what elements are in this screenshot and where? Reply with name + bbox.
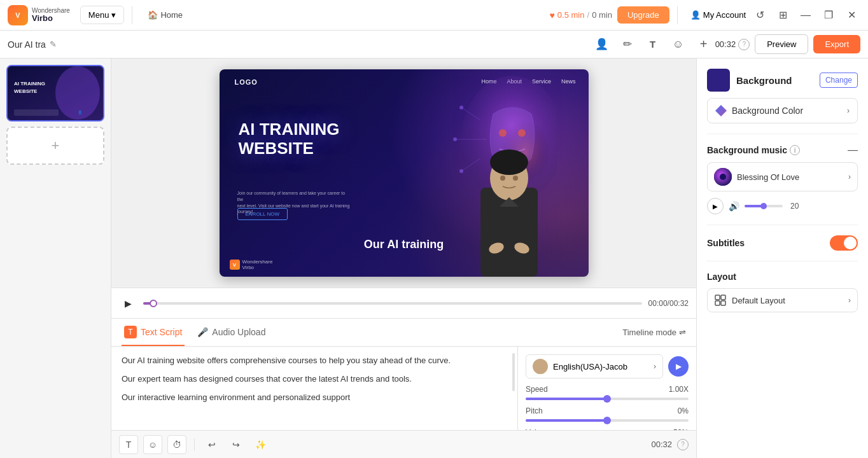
project-name: Our AI tra ✎ (8, 39, 57, 50)
add-slide-button[interactable]: + (6, 127, 104, 165)
voice-avatar (533, 359, 548, 374)
background-color-icon (715, 105, 727, 116)
heart-icon: ♥ (550, 10, 555, 20)
background-color-chevron-icon: › (847, 106, 850, 115)
layout-chevron-icon: › (848, 296, 851, 305)
redo-button[interactable]: ↪ (227, 435, 246, 454)
music-label: Background music (707, 145, 787, 155)
change-background-button[interactable]: Change (820, 73, 858, 88)
timeline-mode-label: Timeline mode (622, 328, 676, 337)
svg-rect-28 (715, 295, 720, 300)
svg-point-20 (513, 176, 518, 181)
tab-text-script[interactable]: T Text Script (122, 319, 185, 346)
pitch-value: 0% (678, 406, 689, 415)
preview-button[interactable]: Preview (755, 34, 808, 54)
time-code: 00:00/00:32 (648, 299, 689, 308)
upgrade-button[interactable]: Upgrade (617, 6, 669, 24)
toolbar-divider (194, 438, 195, 451)
history-button[interactable]: ↺ (751, 6, 769, 24)
music-controls: ▶ 🔊 20 (707, 198, 858, 214)
svg-rect-29 (721, 295, 725, 300)
add-tool[interactable]: + (692, 33, 715, 56)
voice-selector[interactable]: English(USA)-Jacob › (526, 354, 663, 378)
export-button[interactable]: Export (813, 35, 860, 53)
home-button[interactable]: 🏠 Home (140, 6, 190, 24)
pitch-section: Pitch 0% (526, 406, 689, 422)
slide-1[interactable]: 1 AI TRAINING WEBSITE 👤 (6, 65, 104, 121)
account-label: My Account (703, 10, 746, 20)
insert-pause-button[interactable]: ⏱ (167, 435, 186, 454)
canvas-watermark: V WondershareVirbo (230, 259, 273, 270)
subtitles-section: Subtitles (707, 235, 858, 251)
project-title: Our AI tra (8, 39, 46, 50)
undo-button[interactable]: ↩ (202, 435, 221, 454)
account-button[interactable]: 👤 My Account (690, 10, 746, 20)
canvas[interactable]: LOGO Home About Service News (220, 69, 589, 277)
bottom-panel: T Text Script 🎤 Audio Upload Timeline mo… (111, 318, 696, 458)
music-title: Background music i (707, 145, 800, 155)
background-color-row[interactable]: Background Color › (707, 98, 858, 123)
help-icon[interactable]: ? (738, 39, 750, 50)
duration-value: 00:32 (715, 39, 736, 49)
subtitles-toggle[interactable] (830, 235, 858, 251)
pitch-row: Pitch 0% (526, 406, 689, 415)
tab-audio-upload[interactable]: 🎤 Audio Upload (195, 321, 268, 345)
credits-divider: / (587, 10, 590, 20)
text-tool[interactable]: T (641, 33, 664, 56)
pitch-slider[interactable] (526, 419, 689, 422)
script-toolbar: T ☺ ⏱ ↩ ↪ ✨ 00:32 ? (111, 430, 696, 458)
insert-text-button[interactable]: T (119, 435, 138, 454)
svg-rect-31 (721, 301, 725, 305)
layout-icon (714, 294, 727, 307)
minimize-button[interactable]: — (797, 6, 815, 24)
insert-emoji-button[interactable]: ☺ (143, 435, 162, 454)
menu-chevron-icon: ▾ (111, 10, 116, 20)
script-area[interactable]: Our AI training website offers comprehen… (111, 347, 518, 430)
progress-bar[interactable] (143, 302, 642, 305)
layout-button[interactable]: ⊞ (774, 6, 792, 24)
music-expand-icon: › (848, 172, 851, 181)
subtitle-line1: Join our community of learners and take … (237, 191, 346, 202)
brush-tool[interactable]: ✏ (616, 33, 639, 56)
background-label: Background (736, 75, 813, 86)
speed-slider[interactable] (526, 398, 689, 400)
subtitles-label: Subtitles (707, 238, 745, 248)
volume-icon: 🔊 (729, 201, 739, 211)
credits-remaining: 0 min (592, 10, 612, 20)
close-button[interactable]: ✕ (843, 6, 860, 24)
pitch-thumb (603, 417, 611, 424)
music-collapse-icon[interactable]: — (848, 144, 858, 156)
layout-section: Layout Default Layout › (707, 272, 858, 312)
svg-point-18 (490, 149, 528, 175)
menu-button[interactable]: Menu ▾ (80, 6, 125, 24)
speed-section: Speed 1.00X (526, 385, 689, 400)
music-volume-slider[interactable] (745, 205, 783, 207)
music-selector[interactable]: Blessing Of Love › (707, 162, 858, 191)
emoji-tool[interactable]: ☺ (667, 33, 690, 56)
script-scrollbar[interactable] (512, 353, 515, 391)
audio-icon: 🎤 (197, 327, 208, 337)
background-header: Background Change (707, 69, 858, 92)
script-time-display: 00:32 (651, 440, 672, 449)
script-help-icon[interactable]: ? (677, 439, 689, 450)
watermark-text: WondershareVirbo (242, 259, 273, 270)
timeline-mode-button[interactable]: Timeline mode ⇌ (622, 328, 686, 337)
maximize-button[interactable]: ❐ (820, 6, 837, 24)
play-button[interactable]: ▶ (119, 295, 137, 312)
magic-button[interactable]: ✨ (251, 435, 270, 454)
svg-rect-30 (715, 301, 720, 305)
pitch-label: Pitch (526, 406, 543, 415)
credit-display: ♥ 0.5 min / 0 min (550, 10, 612, 20)
canvas-logo: LOGO (235, 78, 258, 86)
svg-point-14 (453, 137, 457, 141)
layout-selector[interactable]: Default Layout › (707, 288, 858, 312)
music-play-button[interactable]: ▶ (707, 198, 724, 214)
play-voice-button[interactable]: ▶ (668, 356, 689, 377)
edit-project-icon[interactable]: ✎ (50, 39, 57, 49)
logo-product: Virbo (32, 14, 70, 23)
background-section: Background Change Background Color › (707, 69, 858, 123)
music-info-icon[interactable]: i (790, 145, 800, 155)
background-color-left: Background Color (715, 105, 803, 116)
logo: V Wondershare Virbo (8, 5, 70, 25)
avatar-tool[interactable]: 👤 (591, 33, 613, 56)
